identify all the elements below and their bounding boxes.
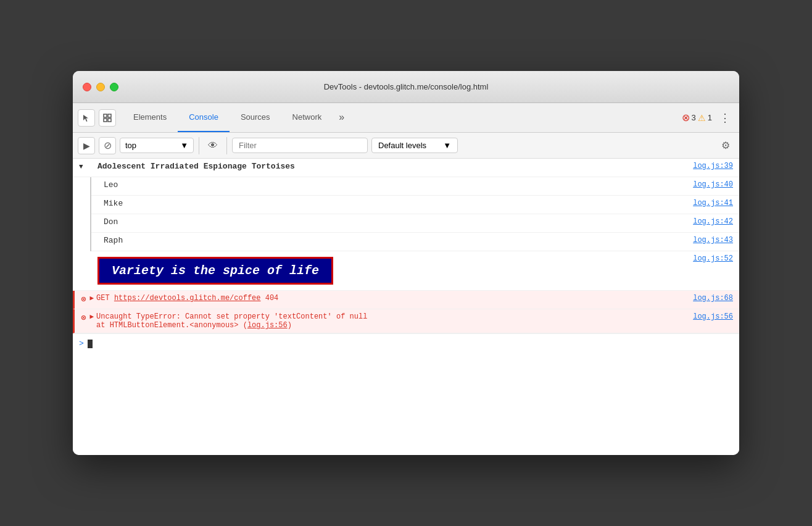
child-source-mike[interactable]: log.js:41 [687,199,733,207]
levels-label: Default levels [378,141,426,150]
more-options-button[interactable]: ⋮ [716,111,734,125]
error-typeerror-text: Uncaught TypeError: Cannot set property … [96,312,367,330]
maximize-button[interactable] [110,83,118,91]
console-cursor [88,340,93,348]
close-button[interactable] [83,83,91,91]
variety-text: Variety is the spice of life [112,264,319,278]
clear-console-icon[interactable]: ⊘ [99,137,116,154]
filter-input[interactable] [232,138,368,153]
child-label-don: Don [104,217,687,227]
variety-source[interactable]: log.js:52 [687,254,733,263]
group-arrow[interactable]: ▼ [79,163,83,170]
context-arrow: ▼ [180,141,188,150]
console-prompt: > [79,339,84,348]
console-input-row[interactable]: > [73,333,739,353]
child-source-raph[interactable]: log.js:43 [687,236,733,244]
child-source-don[interactable]: log.js:42 [687,217,733,226]
svg-rect-2 [104,119,107,122]
console-content: ▼ Adolescent Irradiated Espionage Tortoi… [73,159,739,455]
error-get-row: ⊗ ▶ GET https://devtools.glitch.me/coffe… [73,291,739,309]
tab-bar-icons [78,103,116,132]
error-typeerror-source[interactable]: log.js:56 [687,312,733,321]
child-source-leo[interactable]: log.js:40 [687,180,733,189]
tab-elements[interactable]: Elements [122,103,178,132]
console-toolbar: ▶ ⊘ top ▼ 👁 Default levels ▼ ⚙ [73,133,739,159]
settings-icon[interactable]: ⚙ [717,137,734,154]
cursor-icon[interactable] [78,109,95,127]
error-badge: ⊗ 3 ⚠ 1 [682,112,712,123]
levels-arrow: ▼ [443,141,451,150]
inspect-icon[interactable] [99,109,116,127]
tab-more[interactable]: » [333,103,350,132]
group-source[interactable]: log.js:39 [687,162,733,170]
error-expand-2[interactable]: ▶ [89,312,94,320]
tab-console[interactable]: Console [178,103,230,132]
window-title: DevTools - devtools.glitch.me/console/lo… [324,82,489,91]
error-get-text: GET https://devtools.glitch.me/coffee 40… [96,294,278,303]
error-url[interactable]: https://devtools.glitch.me/coffee [114,294,261,303]
live-expressions-icon[interactable]: 👁 [204,137,222,154]
error-count: 3 [692,113,696,122]
child-label-raph: Raph [104,236,687,245]
log-group-header[interactable]: ▼ Adolescent Irradiated Espionage Tortoi… [73,159,739,177]
title-bar: DevTools - devtools.glitch.me/console/lo… [73,71,739,103]
tab-bar: Elements Console Sources Network » ⊗ 3 ⚠… [73,103,739,133]
error-typeerror-main: Uncaught TypeError: Cannot set property … [96,312,367,321]
toolbar-divider-2 [226,137,227,154]
styled-log-row: Variety is the spice of life log.js:52 [73,251,739,291]
devtools-window: DevTools - devtools.glitch.me/console/lo… [73,71,739,455]
tab-sources[interactable]: Sources [230,103,281,132]
error-typeerror-sub: at HTMLButtonElement.<anonymous> (log.js… [96,321,292,330]
error-source-link[interactable]: log.js:56 [247,321,288,330]
group-children: Leo log.js:40 Mike log.js:41 Don log.js:… [90,177,739,251]
group-indent: ▼ [79,162,97,171]
list-item: Don log.js:42 [91,214,739,233]
error-get-source[interactable]: log.js:68 [687,294,733,303]
svg-rect-3 [108,119,111,122]
list-item: Mike log.js:41 [91,196,739,214]
child-label-leo: Leo [104,180,687,190]
error-circle-icon-1: ⊗ [81,294,86,304]
warn-icon: ⚠ [698,113,706,123]
context-label: top [125,141,136,150]
console-run-icon[interactable]: ▶ [78,137,95,154]
child-label-mike: Mike [104,199,687,208]
variety-content: Variety is the spice of life [97,254,333,287]
group-label: Adolescent Irradiated Espionage Tortoise… [97,162,687,171]
variety-box: Variety is the spice of life [97,257,333,285]
toolbar-divider [199,137,199,154]
context-selector[interactable]: top ▼ [120,138,194,153]
svg-rect-0 [104,114,107,117]
list-item: Leo log.js:40 [91,177,739,196]
traffic-lights [83,83,118,91]
error-typeerror-row: ⊗ ▶ Uncaught TypeError: Cannot set prope… [73,309,739,333]
error-circle-icon-2: ⊗ [81,312,86,323]
error-expand-1[interactable]: ▶ [89,294,94,302]
log-levels-button[interactable]: Default levels ▼ [371,138,458,153]
list-item: Raph log.js:43 [91,233,739,251]
minimize-button[interactable] [96,83,105,91]
tab-bar-right: ⊗ 3 ⚠ 1 ⋮ [682,103,734,132]
error-icon: ⊗ [682,112,690,123]
tab-network[interactable]: Network [281,103,333,132]
warn-count: 1 [708,113,712,122]
svg-rect-1 [108,114,111,117]
